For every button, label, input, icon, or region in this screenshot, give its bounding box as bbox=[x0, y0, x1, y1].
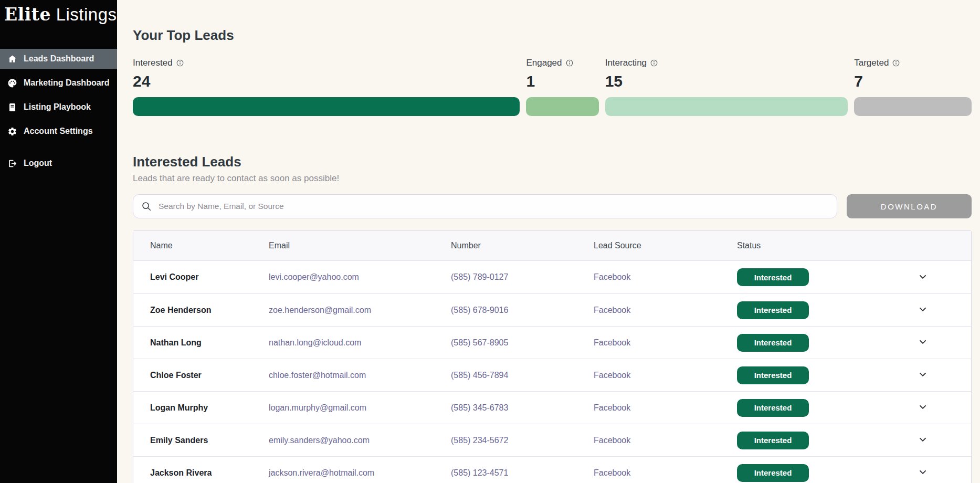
logout-icon bbox=[7, 159, 17, 169]
lead-name: Logan Murphy bbox=[150, 403, 269, 413]
sidebar-item-label: Account Settings bbox=[24, 127, 93, 136]
lead-funnel-stats: Interested 24 Engaged 1 Interacting 15 bbox=[133, 58, 972, 116]
info-icon[interactable] bbox=[892, 59, 900, 67]
column-header-number: Number bbox=[451, 241, 594, 250]
lead-email-link[interactable]: chloe.foster@hotmail.com bbox=[269, 371, 451, 380]
stat-bar bbox=[605, 97, 848, 116]
expand-row-button[interactable] bbox=[916, 401, 930, 415]
download-button[interactable]: DOWNLOAD bbox=[847, 194, 972, 218]
app-logo: Elite Listings bbox=[0, 0, 117, 31]
lead-name: Chloe Foster bbox=[150, 371, 269, 380]
lead-name: Nathan Long bbox=[150, 338, 269, 348]
sidebar-item-label: Listing Playbook bbox=[24, 102, 91, 112]
stat-label: Targeted bbox=[854, 58, 889, 68]
lead-number-link[interactable]: (585) 567-8905 bbox=[451, 338, 594, 348]
lead-name: Zoe Henderson bbox=[150, 306, 269, 315]
stat-value: 7 bbox=[854, 72, 972, 90]
expand-row-button[interactable] bbox=[916, 270, 930, 284]
section-subtitle: Leads that are ready to contact as soon … bbox=[133, 173, 972, 184]
stat-value: 1 bbox=[526, 72, 598, 90]
expand-row-button[interactable] bbox=[916, 336, 930, 350]
lead-email-link[interactable]: nathan.long@icloud.com bbox=[269, 338, 451, 348]
table-row: Levi Cooper levi.cooper@yahoo.com (585) … bbox=[133, 261, 971, 293]
sidebar-item-label: Logout bbox=[24, 159, 52, 168]
status-badge: Interested bbox=[737, 366, 809, 384]
lead-source: Facebook bbox=[594, 371, 737, 380]
lead-email-link[interactable]: logan.murphy@gmail.com bbox=[269, 403, 451, 413]
column-header-status: Status bbox=[737, 241, 893, 250]
sidebar-item-leads-dashboard[interactable]: Leads Dashboard bbox=[0, 49, 117, 69]
expand-row-button[interactable] bbox=[916, 434, 930, 447]
stat-bar bbox=[133, 97, 520, 116]
lead-email-link[interactable]: zoe.henderson@gmail.com bbox=[269, 306, 451, 315]
lead-source: Facebook bbox=[594, 338, 737, 348]
sidebar-item-marketing-dashboard[interactable]: Marketing Dashboard bbox=[0, 71, 117, 95]
column-header-name: Name bbox=[150, 241, 269, 250]
chevron-down-icon bbox=[918, 337, 928, 349]
table-header-row: Name Email Number Lead Source Status bbox=[133, 231, 971, 261]
chevron-down-icon bbox=[918, 402, 928, 414]
lead-name: Emily Sanders bbox=[150, 436, 269, 445]
status-badge: Interested bbox=[737, 301, 809, 319]
lead-number-link[interactable]: (585) 123-4571 bbox=[451, 468, 594, 478]
home-icon bbox=[7, 54, 17, 64]
info-icon[interactable] bbox=[176, 59, 184, 67]
info-icon[interactable] bbox=[566, 59, 573, 67]
sidebar: Elite Listings Leads Dashboard Marketing… bbox=[0, 0, 117, 483]
chevron-down-icon bbox=[918, 467, 928, 479]
search-icon bbox=[141, 201, 152, 212]
search-wrap bbox=[133, 194, 837, 218]
table-toolbar: DOWNLOAD bbox=[133, 194, 972, 218]
stat-value: 15 bbox=[605, 72, 848, 90]
sidebar-item-label: Leads Dashboard bbox=[24, 54, 94, 64]
lead-number-link[interactable]: (585) 678-9016 bbox=[451, 306, 594, 315]
lead-source: Facebook bbox=[594, 306, 737, 315]
logo-primary: Elite bbox=[4, 4, 51, 25]
stat-interacting: Interacting 15 bbox=[605, 58, 855, 116]
status-badge: Interested bbox=[737, 334, 809, 352]
expand-row-button[interactable] bbox=[916, 466, 930, 480]
main-content: Your Top Leads Interested 24 Engaged 1 I… bbox=[117, 0, 980, 483]
table-row: Chloe Foster chloe.foster@hotmail.com (5… bbox=[133, 359, 971, 391]
lead-number-link[interactable]: (585) 789-0127 bbox=[451, 272, 594, 282]
chevron-down-icon bbox=[918, 434, 928, 446]
stat-label: Engaged bbox=[526, 58, 562, 68]
lead-email-link[interactable]: jackson.rivera@hotmail.com bbox=[269, 468, 451, 478]
lead-email-link[interactable]: emily.sanders@yahoo.com bbox=[269, 436, 451, 445]
lead-name: Levi Cooper bbox=[150, 272, 269, 282]
column-header-email: Email bbox=[269, 241, 451, 250]
table-row: Jackson Rivera jackson.rivera@hotmail.co… bbox=[133, 456, 971, 483]
sidebar-item-logout[interactable]: Logout bbox=[0, 151, 117, 175]
lead-email-link[interactable]: levi.cooper@yahoo.com bbox=[269, 272, 451, 282]
table-row: Emily Sanders emily.sanders@yahoo.com (5… bbox=[133, 424, 971, 456]
lead-source: Facebook bbox=[594, 468, 737, 478]
table-row: Zoe Henderson zoe.henderson@gmail.com (5… bbox=[133, 293, 971, 326]
stat-label: Interacting bbox=[605, 58, 647, 68]
column-header-lead-source: Lead Source bbox=[594, 241, 737, 250]
expand-row-button[interactable] bbox=[916, 303, 930, 317]
status-badge: Interested bbox=[737, 464, 809, 482]
sidebar-item-label: Marketing Dashboard bbox=[24, 78, 110, 88]
lead-number-link[interactable]: (585) 234-5672 bbox=[451, 436, 594, 445]
stat-interested: Interested 24 bbox=[133, 58, 526, 116]
info-icon[interactable] bbox=[650, 59, 658, 67]
lead-source: Facebook bbox=[594, 403, 737, 413]
sidebar-item-listing-playbook[interactable]: Listing Playbook bbox=[0, 95, 117, 119]
status-badge: Interested bbox=[737, 399, 809, 417]
sidebar-item-account-settings[interactable]: Account Settings bbox=[0, 119, 117, 143]
lead-source: Facebook bbox=[594, 272, 737, 282]
search-input[interactable] bbox=[133, 194, 837, 218]
lead-number-link[interactable]: (585) 456-7894 bbox=[451, 371, 594, 380]
chevron-down-icon bbox=[918, 369, 928, 381]
stat-targeted: Targeted 7 bbox=[854, 58, 972, 116]
chevron-down-icon bbox=[918, 304, 928, 316]
section-title: Interested Leads bbox=[133, 154, 972, 170]
lead-number-link[interactable]: (585) 345-6783 bbox=[451, 403, 594, 413]
stat-label: Interested bbox=[133, 58, 173, 68]
status-badge: Interested bbox=[737, 268, 809, 286]
table-row: Nathan Long nathan.long@icloud.com (585)… bbox=[133, 326, 971, 359]
expand-row-button[interactable] bbox=[916, 369, 930, 382]
page-title: Your Top Leads bbox=[133, 27, 972, 44]
logo-secondary: Listings bbox=[56, 5, 117, 24]
book-icon bbox=[7, 102, 17, 112]
